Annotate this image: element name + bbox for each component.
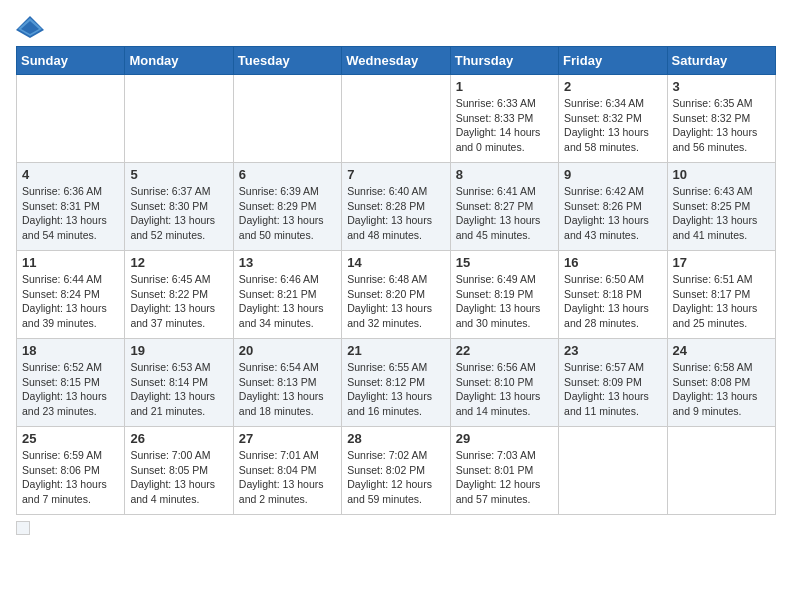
day-cell: 2Sunrise: 6:34 AM Sunset: 8:32 PM Daylig… (559, 75, 667, 163)
day-number: 5 (130, 167, 227, 182)
day-info: Sunrise: 6:56 AM Sunset: 8:10 PM Dayligh… (456, 360, 553, 419)
header-cell-sunday: Sunday (17, 47, 125, 75)
day-info: Sunrise: 6:44 AM Sunset: 8:24 PM Dayligh… (22, 272, 119, 331)
day-cell: 28Sunrise: 7:02 AM Sunset: 8:02 PM Dayli… (342, 427, 450, 515)
day-number: 24 (673, 343, 770, 358)
day-info: Sunrise: 6:39 AM Sunset: 8:29 PM Dayligh… (239, 184, 336, 243)
day-number: 26 (130, 431, 227, 446)
day-number: 7 (347, 167, 444, 182)
day-cell: 3Sunrise: 6:35 AM Sunset: 8:32 PM Daylig… (667, 75, 775, 163)
header-cell-wednesday: Wednesday (342, 47, 450, 75)
day-info: Sunrise: 6:49 AM Sunset: 8:19 PM Dayligh… (456, 272, 553, 331)
week-row-3: 18Sunrise: 6:52 AM Sunset: 8:15 PM Dayli… (17, 339, 776, 427)
day-number: 15 (456, 255, 553, 270)
day-info: Sunrise: 7:00 AM Sunset: 8:05 PM Dayligh… (130, 448, 227, 507)
day-cell (559, 427, 667, 515)
header (16, 16, 776, 38)
week-row-1: 4Sunrise: 6:36 AM Sunset: 8:31 PM Daylig… (17, 163, 776, 251)
day-number: 27 (239, 431, 336, 446)
day-cell: 11Sunrise: 6:44 AM Sunset: 8:24 PM Dayli… (17, 251, 125, 339)
day-cell: 12Sunrise: 6:45 AM Sunset: 8:22 PM Dayli… (125, 251, 233, 339)
day-number: 23 (564, 343, 661, 358)
header-cell-saturday: Saturday (667, 47, 775, 75)
day-cell: 29Sunrise: 7:03 AM Sunset: 8:01 PM Dayli… (450, 427, 558, 515)
day-cell: 10Sunrise: 6:43 AM Sunset: 8:25 PM Dayli… (667, 163, 775, 251)
day-number: 8 (456, 167, 553, 182)
day-cell: 6Sunrise: 6:39 AM Sunset: 8:29 PM Daylig… (233, 163, 341, 251)
calendar-table: SundayMondayTuesdayWednesdayThursdayFrid… (16, 46, 776, 515)
day-info: Sunrise: 6:36 AM Sunset: 8:31 PM Dayligh… (22, 184, 119, 243)
footer-square (16, 521, 30, 535)
day-cell: 7Sunrise: 6:40 AM Sunset: 8:28 PM Daylig… (342, 163, 450, 251)
day-info: Sunrise: 6:58 AM Sunset: 8:08 PM Dayligh… (673, 360, 770, 419)
day-info: Sunrise: 6:41 AM Sunset: 8:27 PM Dayligh… (456, 184, 553, 243)
day-cell (233, 75, 341, 163)
day-cell: 15Sunrise: 6:49 AM Sunset: 8:19 PM Dayli… (450, 251, 558, 339)
day-info: Sunrise: 7:02 AM Sunset: 8:02 PM Dayligh… (347, 448, 444, 507)
day-number: 25 (22, 431, 119, 446)
week-row-4: 25Sunrise: 6:59 AM Sunset: 8:06 PM Dayli… (17, 427, 776, 515)
day-cell: 4Sunrise: 6:36 AM Sunset: 8:31 PM Daylig… (17, 163, 125, 251)
day-cell: 24Sunrise: 6:58 AM Sunset: 8:08 PM Dayli… (667, 339, 775, 427)
day-cell: 23Sunrise: 6:57 AM Sunset: 8:09 PM Dayli… (559, 339, 667, 427)
day-info: Sunrise: 6:42 AM Sunset: 8:26 PM Dayligh… (564, 184, 661, 243)
day-cell (125, 75, 233, 163)
day-cell: 22Sunrise: 6:56 AM Sunset: 8:10 PM Dayli… (450, 339, 558, 427)
header-cell-monday: Monday (125, 47, 233, 75)
day-cell: 13Sunrise: 6:46 AM Sunset: 8:21 PM Dayli… (233, 251, 341, 339)
day-number: 6 (239, 167, 336, 182)
day-cell (342, 75, 450, 163)
day-info: Sunrise: 6:33 AM Sunset: 8:33 PM Dayligh… (456, 96, 553, 155)
day-number: 12 (130, 255, 227, 270)
day-number: 9 (564, 167, 661, 182)
day-cell: 17Sunrise: 6:51 AM Sunset: 8:17 PM Dayli… (667, 251, 775, 339)
header-row: SundayMondayTuesdayWednesdayThursdayFrid… (17, 47, 776, 75)
day-info: Sunrise: 6:57 AM Sunset: 8:09 PM Dayligh… (564, 360, 661, 419)
day-info: Sunrise: 6:54 AM Sunset: 8:13 PM Dayligh… (239, 360, 336, 419)
day-number: 1 (456, 79, 553, 94)
day-cell: 18Sunrise: 6:52 AM Sunset: 8:15 PM Dayli… (17, 339, 125, 427)
day-number: 2 (564, 79, 661, 94)
day-info: Sunrise: 6:43 AM Sunset: 8:25 PM Dayligh… (673, 184, 770, 243)
day-number: 16 (564, 255, 661, 270)
day-cell: 14Sunrise: 6:48 AM Sunset: 8:20 PM Dayli… (342, 251, 450, 339)
day-info: Sunrise: 6:34 AM Sunset: 8:32 PM Dayligh… (564, 96, 661, 155)
day-number: 10 (673, 167, 770, 182)
day-cell: 27Sunrise: 7:01 AM Sunset: 8:04 PM Dayli… (233, 427, 341, 515)
day-info: Sunrise: 6:48 AM Sunset: 8:20 PM Dayligh… (347, 272, 444, 331)
day-info: Sunrise: 6:51 AM Sunset: 8:17 PM Dayligh… (673, 272, 770, 331)
day-cell: 9Sunrise: 6:42 AM Sunset: 8:26 PM Daylig… (559, 163, 667, 251)
day-info: Sunrise: 7:03 AM Sunset: 8:01 PM Dayligh… (456, 448, 553, 507)
day-cell: 26Sunrise: 7:00 AM Sunset: 8:05 PM Dayli… (125, 427, 233, 515)
day-cell: 25Sunrise: 6:59 AM Sunset: 8:06 PM Dayli… (17, 427, 125, 515)
week-row-0: 1Sunrise: 6:33 AM Sunset: 8:33 PM Daylig… (17, 75, 776, 163)
day-cell: 21Sunrise: 6:55 AM Sunset: 8:12 PM Dayli… (342, 339, 450, 427)
day-number: 29 (456, 431, 553, 446)
footer-note (16, 521, 776, 535)
day-info: Sunrise: 6:50 AM Sunset: 8:18 PM Dayligh… (564, 272, 661, 331)
week-row-2: 11Sunrise: 6:44 AM Sunset: 8:24 PM Dayli… (17, 251, 776, 339)
day-number: 3 (673, 79, 770, 94)
day-number: 13 (239, 255, 336, 270)
day-cell (17, 75, 125, 163)
day-cell: 5Sunrise: 6:37 AM Sunset: 8:30 PM Daylig… (125, 163, 233, 251)
day-number: 17 (673, 255, 770, 270)
day-info: Sunrise: 7:01 AM Sunset: 8:04 PM Dayligh… (239, 448, 336, 507)
day-info: Sunrise: 6:52 AM Sunset: 8:15 PM Dayligh… (22, 360, 119, 419)
logo-icon (16, 16, 44, 38)
day-cell: 8Sunrise: 6:41 AM Sunset: 8:27 PM Daylig… (450, 163, 558, 251)
day-number: 19 (130, 343, 227, 358)
day-info: Sunrise: 6:37 AM Sunset: 8:30 PM Dayligh… (130, 184, 227, 243)
day-cell: 19Sunrise: 6:53 AM Sunset: 8:14 PM Dayli… (125, 339, 233, 427)
day-number: 11 (22, 255, 119, 270)
day-cell: 16Sunrise: 6:50 AM Sunset: 8:18 PM Dayli… (559, 251, 667, 339)
header-cell-tuesday: Tuesday (233, 47, 341, 75)
day-number: 4 (22, 167, 119, 182)
header-cell-thursday: Thursday (450, 47, 558, 75)
day-number: 20 (239, 343, 336, 358)
day-info: Sunrise: 6:46 AM Sunset: 8:21 PM Dayligh… (239, 272, 336, 331)
day-info: Sunrise: 6:53 AM Sunset: 8:14 PM Dayligh… (130, 360, 227, 419)
day-cell: 1Sunrise: 6:33 AM Sunset: 8:33 PM Daylig… (450, 75, 558, 163)
day-number: 28 (347, 431, 444, 446)
day-number: 22 (456, 343, 553, 358)
